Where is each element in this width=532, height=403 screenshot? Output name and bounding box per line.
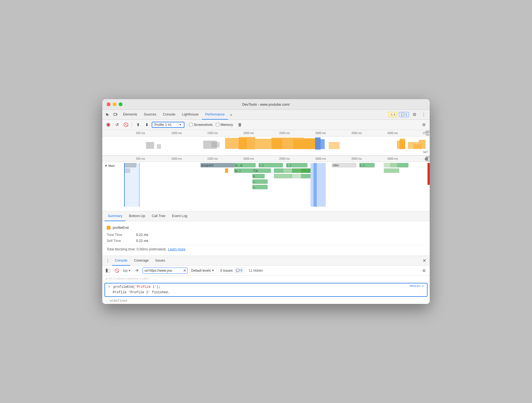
tbt-row: Total blocking time: 0.00ms (estimated) … bbox=[107, 245, 425, 251]
console-panel: ⋮ Console Coverage Issues ✕ 🚫 top bbox=[102, 256, 430, 304]
blue-block bbox=[310, 163, 326, 207]
minimize-button[interactable] bbox=[113, 102, 116, 106]
console-undefined: ← undefined bbox=[102, 298, 430, 304]
console-tab-console[interactable]: Console bbox=[112, 256, 130, 266]
console-close-button[interactable]: ✕ bbox=[421, 257, 428, 264]
tab-call-tree[interactable]: Call Tree bbox=[148, 211, 169, 221]
reload-button[interactable]: ↺ bbox=[113, 121, 121, 129]
net-label: NET bbox=[423, 151, 429, 154]
profile-selector[interactable]: Profile 1 #1 ▼ bbox=[152, 122, 184, 128]
console-eye-icon[interactable]: 👁 bbox=[134, 267, 141, 274]
svg-rect-23 bbox=[108, 269, 110, 272]
svg-point-3 bbox=[107, 124, 109, 126]
upload-button[interactable]: ⬆ bbox=[134, 121, 142, 129]
right-block-2 bbox=[384, 168, 399, 173]
flame-chart-area: 500 ms 1000 ms 1500 ms 2000 ms 2500 ms 3… bbox=[102, 156, 430, 211]
flame-block-row4-1[interactable]: (... bbox=[252, 179, 268, 184]
tab-lighthouse[interactable]: Lighthouse bbox=[179, 110, 202, 120]
summary-color-box bbox=[107, 226, 110, 230]
flame-block-program[interactable]: (program) bbox=[201, 163, 237, 167]
screenshots-checkbox[interactable] bbox=[189, 123, 193, 126]
main-section: ▼ Main (program) (a…s) (...) bbox=[102, 162, 430, 211]
red-indicator bbox=[428, 163, 430, 185]
svg-rect-1 bbox=[117, 114, 117, 115]
timeline-overview: 500 ms 1000 ms 1500 ms 2000 ms 2500 ms 3… bbox=[102, 130, 430, 156]
ruler-1000ms: 1000 ms bbox=[171, 132, 182, 135]
tab-event-log[interactable]: Event Log bbox=[169, 211, 190, 221]
svg-rect-18 bbox=[400, 139, 405, 149]
console-context-dropdown[interactable]: top ▼ bbox=[122, 267, 132, 274]
tab-sources[interactable]: Sources bbox=[141, 110, 160, 120]
console-prev-line: profileEnd(console.time); ... bbox=[102, 275, 430, 282]
tab-performance[interactable]: Performance bbox=[202, 110, 228, 120]
flame-block-row5-1[interactable]: (... bbox=[252, 185, 268, 189]
console-entry[interactable]: > profileEnd('Profile 1'); Profile 'Prof… bbox=[104, 283, 428, 297]
console-settings-icon[interactable]: ⚙ bbox=[420, 267, 428, 274]
flame-block-a2[interactable]: (a...) bbox=[234, 168, 252, 173]
ruler-500ms: 500 ms bbox=[136, 132, 145, 135]
svg-rect-7 bbox=[211, 142, 220, 147]
record-button[interactable] bbox=[104, 121, 112, 129]
console-source-link[interactable]: VM3132:2 bbox=[409, 285, 424, 288]
flame-block-dots2[interactable]: (...) bbox=[286, 163, 307, 167]
multi-block bbox=[274, 168, 310, 173]
console-drag-handle[interactable]: ⋮ bbox=[104, 258, 111, 263]
flame-block-b[interactable]: b bbox=[252, 174, 265, 178]
console-issues-button[interactable]: 5 Issues: 💬 5 bbox=[218, 268, 246, 273]
download-button[interactable]: ⬇ bbox=[143, 121, 151, 129]
memory-checkbox[interactable] bbox=[216, 123, 219, 126]
cpu-chart[interactable] bbox=[102, 137, 430, 150]
window-title: DevTools - www.youtube.com/ bbox=[242, 102, 290, 106]
timeline-top-ruler: 500 ms 1000 ms 1500 ms 2000 ms 2500 ms 3… bbox=[102, 130, 430, 137]
svg-rect-0 bbox=[114, 113, 116, 115]
maximize-button[interactable] bbox=[119, 102, 122, 106]
cursor-icon[interactable] bbox=[104, 111, 111, 118]
profile-dropdown-arrow: ▼ bbox=[179, 123, 182, 126]
warning-badge[interactable]: ⚠ 4 bbox=[388, 112, 397, 117]
settings-icon[interactable]: ⚙ bbox=[411, 111, 418, 118]
flame-content[interactable]: (program) (a…s) (...) (...) (idl bbox=[124, 163, 430, 207]
tab-console[interactable]: Console bbox=[160, 110, 179, 120]
console-tab-coverage[interactable]: Coverage bbox=[131, 256, 151, 266]
device-icon[interactable] bbox=[112, 111, 119, 118]
perf-settings: ⚙ bbox=[420, 121, 428, 129]
console-filter-input[interactable] bbox=[144, 269, 182, 272]
info-badge[interactable]: 💬 5 bbox=[399, 112, 409, 117]
console-filter-bar: 🚫 top ▼ 👁 ✕ Default levels ▼ 5 Issues: 💬… bbox=[102, 266, 430, 275]
delete-profile-button[interactable]: 🗑 bbox=[236, 121, 244, 129]
ruler-2500ms: 2500 ms bbox=[279, 132, 290, 135]
perf-settings-icon[interactable]: ⚙ bbox=[420, 121, 428, 129]
svg-rect-5 bbox=[157, 144, 161, 149]
flame-block-dots1[interactable]: (...) bbox=[259, 163, 283, 167]
tab-elements[interactable]: Elements bbox=[120, 110, 141, 120]
console-clear-button[interactable]: 🚫 bbox=[113, 267, 120, 274]
tab-summary[interactable]: Summary bbox=[104, 211, 125, 221]
console-expand-arrow: > bbox=[108, 285, 110, 289]
performance-toolbar: ↺ 🚫 ⬆ ⬇ Profile 1 #1 ▼ Screenshots Memor… bbox=[102, 120, 430, 130]
scroll-indicator bbox=[425, 157, 428, 161]
console-content: profileEnd(console.time); ... > profileE… bbox=[102, 275, 430, 304]
clear-button[interactable]: 🚫 bbox=[122, 121, 130, 129]
screenshots-checkbox-group[interactable]: Screenshots bbox=[189, 123, 213, 127]
more-tabs-button[interactable]: » bbox=[228, 112, 235, 117]
flame-block-tja[interactable]: TJa bbox=[252, 168, 271, 173]
devtools-window: DevTools - www.youtube.com/ Elements Sou… bbox=[102, 99, 430, 304]
ruler-2000ms: 2000 ms bbox=[243, 132, 254, 135]
console-levels-dropdown[interactable]: Default levels ▼ bbox=[189, 268, 216, 273]
console-sidebar-toggle[interactable] bbox=[104, 267, 112, 274]
learn-more-link[interactable]: Learn more bbox=[168, 247, 186, 251]
flame-block-as[interactable]: (a…s) bbox=[234, 163, 255, 167]
flame-block-dots-right[interactable]: (...) bbox=[359, 163, 375, 167]
console-tab-issues[interactable]: Issues bbox=[153, 256, 168, 266]
memory-checkbox-group[interactable]: Memory bbox=[216, 123, 233, 127]
console-string: 'Profile 1' bbox=[135, 285, 157, 289]
tab-bottom-up[interactable]: Bottom-Up bbox=[125, 211, 148, 221]
flame-block-idle[interactable]: (idle) bbox=[332, 163, 357, 167]
more-options-icon[interactable]: ⋮ bbox=[420, 111, 428, 118]
console-filter-clear[interactable]: ✕ bbox=[183, 268, 186, 273]
close-button[interactable] bbox=[107, 102, 110, 106]
issues-count-badge: 💬 5 bbox=[235, 268, 244, 272]
ruler-3500ms: 3500 ms bbox=[351, 132, 362, 135]
ruler-3000ms: 3000 ms bbox=[315, 132, 326, 135]
selection-highlight bbox=[124, 163, 139, 207]
